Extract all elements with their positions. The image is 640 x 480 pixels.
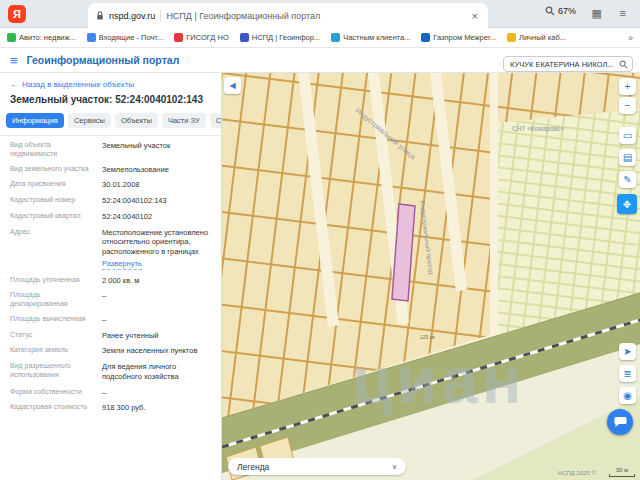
tab-servisy[interactable]: Сервисы	[68, 113, 111, 128]
bookmark-item[interactable]: НСПД | Геоинфор...	[240, 33, 320, 42]
legend-toggle[interactable]: Легенда ∨	[228, 458, 406, 475]
layers-icon: ≣	[623, 368, 631, 379]
info-icon: ◉	[623, 390, 632, 401]
object-info-panel: ← Назад в выделенные объекты Земельный у…	[0, 73, 222, 480]
locate-icon: ➤	[623, 346, 631, 357]
back-link-label: Назад в выделенные объекты	[22, 80, 134, 89]
bookmark-favicon	[174, 33, 183, 42]
zoom-level-text: 67%	[558, 6, 576, 16]
attribute-row: Форма собственности –	[0, 385, 221, 401]
bookmark-favicon	[421, 33, 430, 42]
pan-icon: ✥	[623, 199, 631, 210]
chevron-down-icon: ∨	[392, 463, 397, 471]
legend-label: Легенда	[237, 462, 392, 472]
plus-icon: +	[625, 81, 631, 92]
yandex-browser-icon[interactable]: Я	[8, 5, 26, 23]
chat-fab-button[interactable]	[607, 409, 633, 435]
attribute-list: Вид объекта недвижимости Земельный участ…	[0, 136, 221, 418]
field-value: Земельный участок	[102, 141, 211, 159]
tab-close-icon[interactable]: ×	[470, 10, 480, 22]
attribute-row: Кадастровая стоимость 918 300 руб.	[0, 400, 221, 416]
field-label: Вид объекта недвижимости	[10, 141, 94, 159]
field-value: –	[102, 291, 211, 309]
field-label: Адрес	[10, 228, 94, 270]
search-value: КУЧУК ЕКАТЕРИНА НИКОЛ...	[510, 60, 616, 69]
field-value: 52:24:0040102:143	[102, 196, 211, 206]
field-label: Площадь декларированная	[10, 291, 94, 309]
active-tool-button[interactable]: ✥	[617, 194, 637, 214]
field-value: Землепользование	[102, 165, 211, 175]
bookmark-item[interactable]: Газпром Межрег...	[421, 33, 496, 42]
panels-icon[interactable]: ▦	[592, 7, 602, 20]
attribute-row: Вид разрешенного использования Для веден…	[0, 359, 221, 385]
search-icon	[545, 6, 555, 16]
attribute-row: Категория земель Земли населенных пункто…	[0, 343, 221, 359]
scale-label: 30 м	[616, 467, 628, 473]
tab-sostav[interactable]: Сост	[210, 113, 221, 128]
browser-tab-bar: Я nspd.gov.ru НСПД | Геоинформационный п…	[0, 0, 640, 28]
bookmark-favicon	[240, 33, 249, 42]
bookmark-favicon	[7, 33, 16, 42]
attribute-row: Кадастровый квартал 52:24:0040102	[0, 209, 221, 225]
measure-button[interactable]: ▭	[619, 127, 636, 144]
back-link[interactable]: ← Назад в выделенные объекты	[0, 73, 221, 92]
field-value: Для ведения личного подсобного хозяйства	[102, 362, 211, 382]
field-value: 30.01.2008	[102, 180, 211, 190]
field-label: Кадастровый номер	[10, 196, 94, 206]
attribute-row: Площадь уточненная 2 000 кв. м	[0, 273, 221, 289]
bookmarks-bar: Авито: недвиж... Входящие - Почт... ГИСО…	[0, 28, 640, 48]
cadastral-map[interactable]: циан Индустриальная улица Индустриальный…	[222, 73, 640, 480]
expand-address-link[interactable]: Развернуть	[102, 259, 142, 270]
panel-tabs: Информация Сервисы Объекты Части ЗУ Сост…	[0, 113, 221, 136]
attribute-row: Дата присвоения 30.01.2008	[0, 177, 221, 193]
draw-button[interactable]: ✎	[619, 171, 636, 188]
attribute-row: Вид объекта недвижимости Земельный участ…	[0, 138, 221, 162]
zoom-out-button[interactable]: −	[619, 97, 636, 114]
panel-collapse-button[interactable]: ◀	[224, 77, 241, 94]
map-attribution: НСПД 2025 ©	[558, 470, 596, 476]
field-value: –	[102, 315, 211, 325]
tab-divider	[160, 10, 161, 22]
field-value: 2 000 кв. м	[102, 276, 211, 286]
bookmark-label: НСПД | Геоинфор...	[252, 33, 320, 42]
bookmark-item[interactable]: Авито: недвиж...	[7, 33, 76, 42]
bookmark-item[interactable]: ГИСОГД НО	[174, 33, 229, 42]
field-value: –	[102, 388, 211, 398]
bookmark-favicon	[507, 33, 516, 42]
zoom-in-button[interactable]: +	[619, 78, 636, 95]
scale-bar	[609, 474, 635, 477]
draw-icon: ✎	[623, 174, 631, 185]
attribute-row-address: Адрес Местоположение установлено относит…	[0, 225, 221, 273]
tab-informaciya[interactable]: Информация	[6, 113, 64, 128]
browser-zoom-indicator[interactable]: 67%	[545, 6, 576, 16]
info-button[interactable]: ◉	[619, 387, 636, 404]
field-label: Форма собственности	[10, 388, 94, 398]
browser-menu-icon[interactable]: ≡	[620, 7, 626, 19]
bookmark-label: Личный каб...	[519, 33, 566, 42]
attribute-row: Статус Ранее учтенный	[0, 328, 221, 344]
tab-chasti-zu[interactable]: Части ЗУ	[162, 113, 206, 128]
field-value: Местоположение установлено относительно …	[102, 228, 211, 270]
print-button[interactable]: ▤	[619, 149, 636, 166]
address-text: Местоположение установлено относительно …	[102, 228, 208, 257]
lock-icon	[96, 11, 104, 21]
map-area[interactable]: циан Индустриальная улица Индустриальный…	[222, 73, 640, 480]
tab-obekty[interactable]: Объекты	[115, 113, 158, 128]
bookmark-label: Газпром Межрег...	[433, 33, 496, 42]
field-label: Дата присвоения	[10, 180, 94, 190]
field-label: Кадастровый квартал	[10, 212, 94, 222]
bookmarks-overflow-icon[interactable]: »	[628, 33, 633, 43]
minus-icon: −	[625, 100, 631, 111]
map-search-input[interactable]: КУЧУК ЕКАТЕРИНА НИКОЛ...	[503, 56, 633, 72]
attribute-row: Площадь декларированная –	[0, 288, 221, 312]
snt-label: СНТ «Комарово»	[512, 125, 564, 133]
bookmark-item[interactable]: Личный каб...	[507, 33, 566, 42]
bookmark-item[interactable]: Входящие - Почт...	[87, 33, 163, 42]
portal-menu-icon[interactable]: ≡	[10, 53, 18, 68]
basemap-button[interactable]: ≣	[619, 365, 636, 382]
bookmark-item[interactable]: Частным клиента...	[331, 33, 410, 42]
locate-button[interactable]: ➤	[619, 343, 636, 360]
browser-tab[interactable]: nspd.gov.ru НСПД | Геоинформационный пор…	[88, 3, 488, 28]
collapse-icon: ◀	[229, 81, 235, 90]
chat-icon	[614, 416, 627, 428]
